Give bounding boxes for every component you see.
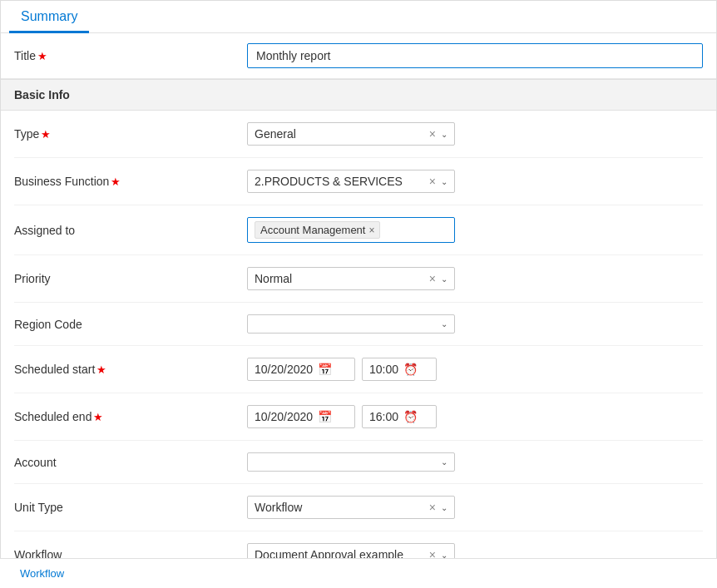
title-row: Title★ bbox=[1, 33, 716, 79]
priority-select[interactable]: Normal × ⌄ bbox=[247, 267, 455, 290]
field-label-region-code: Region Code bbox=[14, 318, 247, 331]
field-control-account: ⌄ bbox=[247, 452, 703, 472]
bottom-tab-workflow[interactable]: Workflow bbox=[13, 564, 71, 583]
unit-type-select[interactable]: Workflow × ⌄ bbox=[247, 496, 455, 519]
scheduled-end-time-value: 16:00 bbox=[369, 410, 398, 423]
se-required-star: ★ bbox=[93, 411, 103, 423]
field-row-unit-type: Unit Type Workflow × ⌄ bbox=[14, 484, 703, 531]
field-control-business-function: 2.PRODUCTS & SERVICES × ⌄ bbox=[247, 170, 703, 193]
field-label-unit-type: Unit Type bbox=[14, 501, 247, 514]
account-chevron-icon[interactable]: ⌄ bbox=[441, 457, 448, 467]
tab-summary[interactable]: Summary bbox=[9, 1, 89, 33]
priority-clear-icon[interactable]: × bbox=[429, 272, 436, 285]
ss-required-star: ★ bbox=[96, 363, 106, 376]
field-control-scheduled-start: 10/20/2020 📅 10:00 ⏰ bbox=[247, 358, 703, 381]
scheduled-start-time-value: 10:00 bbox=[369, 363, 398, 376]
region-code-select[interactable]: ⌄ bbox=[247, 314, 455, 334]
field-control-assigned-to: Account Management × bbox=[247, 217, 703, 243]
field-control-unit-type: Workflow × ⌄ bbox=[247, 496, 703, 519]
type-value: General bbox=[255, 127, 429, 141]
field-row-business-function: Business Function★ 2.PRODUCTS & SERVICES… bbox=[14, 158, 703, 205]
field-label-priority: Priority bbox=[14, 272, 247, 285]
field-row-region-code: Region Code ⌄ bbox=[14, 303, 703, 346]
field-row-priority: Priority Normal × ⌄ bbox=[14, 255, 703, 303]
title-required-star: ★ bbox=[37, 50, 47, 62]
region-code-chevron-icon[interactable]: ⌄ bbox=[441, 319, 448, 329]
assigned-to-tag: Account Management × bbox=[255, 221, 380, 239]
unit-type-chevron-icon[interactable]: ⌄ bbox=[441, 503, 448, 512]
field-row-type: Type★ General × ⌄ bbox=[14, 111, 703, 158]
business-function-chevron-icon[interactable]: ⌄ bbox=[441, 177, 448, 186]
priority-chevron-icon[interactable]: ⌄ bbox=[441, 274, 448, 284]
account-select[interactable]: ⌄ bbox=[247, 452, 455, 472]
scheduled-end-time[interactable]: 16:00 ⏰ bbox=[362, 405, 437, 428]
tab-header: Summary bbox=[1, 1, 716, 33]
field-label-scheduled-start: Scheduled start★ bbox=[14, 363, 247, 376]
scheduled-start-clock-icon[interactable]: ⏰ bbox=[403, 363, 418, 376]
scheduled-end-date-value: 10/20/2020 bbox=[255, 410, 313, 423]
field-control-scheduled-end: 10/20/2020 📅 16:00 ⏰ bbox=[247, 405, 703, 428]
business-function-select[interactable]: 2.PRODUCTS & SERVICES × ⌄ bbox=[247, 170, 455, 193]
title-input[interactable] bbox=[247, 43, 703, 68]
assigned-to-input[interactable]: Account Management × bbox=[247, 217, 455, 243]
field-row-account: Account ⌄ bbox=[14, 441, 703, 484]
bf-required-star: ★ bbox=[111, 175, 121, 188]
scheduled-end-date[interactable]: 10/20/2020 📅 bbox=[247, 405, 355, 428]
type-chevron-icon[interactable]: ⌄ bbox=[441, 130, 448, 139]
assigned-to-tag-label: Account Management bbox=[260, 224, 365, 236]
assigned-to-tag-close[interactable]: × bbox=[368, 225, 374, 236]
page-container: Summary Title★ Basic Info Type★ General … bbox=[0, 0, 717, 588]
field-label-account: Account bbox=[14, 456, 247, 469]
field-row-scheduled-start: Scheduled start★ 10/20/2020 📅 10:00 ⏰ bbox=[14, 346, 703, 393]
business-function-clear-icon[interactable]: × bbox=[429, 175, 436, 188]
field-row-assigned-to: Assigned to Account Management × bbox=[14, 205, 703, 255]
scheduled-start-calendar-icon[interactable]: 📅 bbox=[318, 363, 332, 376]
field-label-assigned-to: Assigned to bbox=[14, 224, 247, 237]
field-label-type: Type★ bbox=[14, 127, 247, 141]
type-required-star: ★ bbox=[41, 128, 51, 141]
field-control-priority: Normal × ⌄ bbox=[247, 267, 703, 290]
scheduled-end-clock-icon[interactable]: ⏰ bbox=[403, 410, 418, 423]
title-label: Title★ bbox=[14, 49, 247, 62]
unit-type-value: Workflow bbox=[255, 501, 429, 514]
priority-value: Normal bbox=[255, 272, 429, 285]
field-label-business-function: Business Function★ bbox=[14, 175, 247, 188]
scheduled-start-date-value: 10/20/2020 bbox=[255, 363, 313, 376]
bottom-tab-bar: Workflow bbox=[0, 558, 717, 588]
scheduled-end-calendar-icon[interactable]: 📅 bbox=[318, 410, 332, 423]
field-label-scheduled-end: Scheduled end★ bbox=[14, 410, 247, 423]
type-select[interactable]: General × ⌄ bbox=[247, 122, 455, 146]
basic-info-header: Basic Info bbox=[1, 79, 716, 111]
field-row-scheduled-end: Scheduled end★ 10/20/2020 📅 16:00 ⏰ bbox=[14, 393, 703, 441]
field-control-type: General × ⌄ bbox=[247, 122, 703, 146]
business-function-value: 2.PRODUCTS & SERVICES bbox=[255, 175, 429, 188]
scheduled-start-time[interactable]: 10:00 ⏰ bbox=[362, 358, 437, 381]
field-control-region-code: ⌄ bbox=[247, 314, 703, 334]
form-body: Type★ General × ⌄ Business Function★ 2.P… bbox=[1, 111, 716, 578]
type-clear-icon[interactable]: × bbox=[429, 127, 436, 141]
unit-type-clear-icon[interactable]: × bbox=[429, 501, 436, 514]
scheduled-start-date[interactable]: 10/20/2020 📅 bbox=[247, 358, 355, 381]
